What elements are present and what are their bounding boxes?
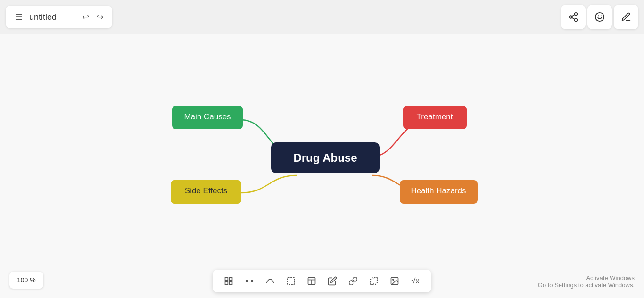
svg-point-5: [595, 13, 604, 21]
svg-rect-19: [230, 278, 232, 281]
svg-line-3: [572, 17, 575, 19]
frame-tool-button[interactable]: [222, 274, 235, 288]
document-title: untitled: [29, 12, 76, 22]
windows-notice: Activate Windows Go to Settings to activ…: [538, 274, 635, 289]
svg-line-4: [572, 15, 575, 17]
svg-rect-18: [225, 278, 228, 281]
bottom-toolbar: √x: [213, 270, 431, 292]
emoji-button[interactable]: [587, 5, 612, 29]
edit-tool-button[interactable]: [326, 274, 339, 288]
zoom-indicator[interactable]: 100 %: [9, 272, 43, 289]
share-button[interactable]: [561, 5, 586, 29]
undo-button[interactable]: ↩: [80, 11, 91, 23]
unlink-tool-button[interactable]: [367, 274, 380, 288]
svg-text:Main Causes: Main Causes: [184, 112, 231, 121]
hamburger-button[interactable]: ☰: [12, 10, 25, 24]
svg-point-22: [246, 280, 248, 281]
curve-tool-button[interactable]: [264, 274, 277, 288]
header: ☰ untitled ↩ ↪: [0, 0, 644, 34]
svg-text:Health Hazards: Health Hazards: [411, 186, 466, 195]
zoom-value: 100 %: [17, 276, 36, 284]
svg-rect-21: [225, 282, 228, 285]
svg-point-23: [251, 280, 253, 281]
connection-tool-button[interactable]: [243, 274, 256, 288]
image-tool-button[interactable]: [388, 274, 401, 288]
pen-button[interactable]: [614, 5, 638, 29]
windows-notice-line1: Activate Windows: [538, 274, 635, 281]
svg-text:Side Effects: Side Effects: [185, 186, 227, 195]
mindmap-svg: Drug Abuse Main Causes Treatment Side Ef…: [0, 34, 644, 298]
canvas[interactable]: Drug Abuse Main Causes Treatment Side Ef…: [0, 34, 644, 298]
header-left-group: ☰ untitled ↩ ↪: [6, 6, 112, 28]
select-tool-button[interactable]: [284, 274, 297, 288]
svg-text:Treatment: Treatment: [417, 112, 453, 121]
link-tool-button[interactable]: [347, 274, 360, 288]
header-right-group: [561, 5, 638, 29]
formula-tool-button[interactable]: √x: [409, 274, 422, 288]
table-tool-button[interactable]: [305, 274, 318, 288]
svg-point-34: [393, 279, 394, 281]
windows-notice-line2: Go to Settings to activate Windows.: [538, 281, 635, 289]
svg-rect-20: [230, 282, 232, 285]
redo-button[interactable]: ↪: [95, 11, 106, 23]
svg-text:Drug Abuse: Drug Abuse: [293, 151, 357, 164]
svg-rect-25: [288, 278, 295, 285]
